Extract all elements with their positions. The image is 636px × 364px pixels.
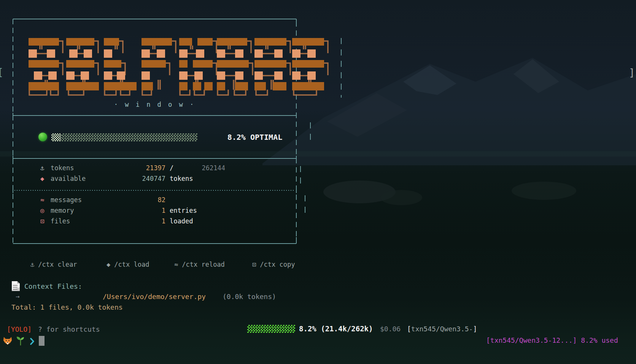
stat-total: 262144 — [177, 164, 225, 172]
command-label: /ctx copy — [260, 261, 295, 268]
command-ctx-load[interactable]: ◆/ctx load — [107, 261, 149, 268]
waves-icon: ≈ — [37, 196, 47, 204]
window-title: · w i n d o w · — [13, 101, 296, 108]
seedling-emoji-icon — [16, 336, 25, 346]
diamond-icon: ◆ — [37, 175, 47, 182]
model-label: [txn545/Qwen3.5-] — [407, 325, 477, 333]
prompt-chevron-icon — [30, 338, 35, 345]
stat-unit: tokens — [170, 175, 193, 182]
terminal-cursor[interactable] — [39, 336, 45, 346]
command-label: /ctx clear — [38, 261, 77, 268]
stat-label: tokens — [51, 164, 74, 172]
context-file-path[interactable]: /Users/ivo/demo/server.py — [103, 293, 206, 301]
anchor-icon: ⚓ — [30, 261, 34, 268]
right-edge-bracket: ] — [629, 66, 635, 78]
command-ctx-copy[interactable]: ⊡/ctx copy — [252, 261, 295, 268]
waves-icon: ≈ — [174, 261, 178, 268]
command-label: /ctx reload — [182, 261, 225, 268]
stat-row-memory: ◎ memory 1 entries — [0, 207, 304, 216]
arrow-icon: → — [16, 293, 19, 300]
files-icon: ⊡ — [37, 217, 47, 225]
stat-label: messages — [51, 196, 82, 204]
stat-row-files: ⊡ files 1 loaded — [0, 217, 304, 226]
stat-row-available: ◆ available 240747 tokens — [0, 175, 304, 184]
stat-label: files — [51, 217, 70, 225]
yolo-mode-badge: [YOLO] — [7, 325, 32, 333]
stat-unit: loaded — [170, 217, 193, 225]
document-icon — [12, 281, 20, 291]
model-name: txn545/Qwen3.5- — [411, 325, 473, 333]
context-file-tokens: (0.0k tokens) — [223, 293, 276, 301]
stat-row-messages: ≈ messages 82 — [0, 196, 304, 205]
shortcuts-hint: ? for shortcuts — [38, 325, 100, 333]
bracket-close: ] — [473, 325, 477, 333]
stat-unit: entries — [170, 207, 197, 214]
usage-label: 8.2% (21.4k/262k) — [299, 324, 373, 333]
context-files-title: Context Files: — [24, 282, 82, 290]
command-label: /ctx load — [114, 261, 149, 268]
stat-value: 21397 — [110, 164, 165, 172]
stat-row-tokens: ⚓ tokens 21397 / 262144 — [0, 164, 304, 173]
health-percent-label: 8.2% OPTIMAL — [213, 133, 297, 142]
health-progressbar-track — [62, 133, 197, 141]
stat-value: 82 — [110, 196, 165, 204]
cost-label: $0.06 — [380, 325, 401, 333]
selfware-logo — [29, 38, 329, 98]
context-files-total: Total: 1 files, 0.0k tokens — [11, 303, 123, 311]
status-led — [38, 133, 47, 141]
anchor-icon: ⚓ — [37, 164, 47, 172]
bracket-open: [ — [407, 325, 411, 333]
command-ctx-reload[interactable]: ≈/ctx reload — [174, 261, 225, 268]
memory-icon: ◎ — [37, 207, 47, 214]
stat-value: 1 — [110, 207, 165, 214]
stat-value: 240747 — [110, 175, 165, 182]
stat-label: available — [51, 175, 86, 182]
usage-progressbar — [247, 325, 295, 333]
copy-icon: ⊡ — [252, 261, 256, 268]
fox-emoji-icon — [3, 337, 12, 345]
diamond-icon: ◆ — [107, 261, 110, 268]
model-usage-badge: [txn545/Qwen3.5-12...] 8.2% used — [486, 336, 618, 344]
command-ctx-clear[interactable]: ⚓/ctx clear — [30, 261, 77, 268]
stat-separator: / — [170, 164, 173, 172]
left-edge-bracket: [ — [0, 66, 3, 78]
stat-value: 1 — [110, 217, 165, 225]
health-progressbar-filled — [51, 133, 61, 141]
stat-label: memory — [51, 207, 74, 214]
